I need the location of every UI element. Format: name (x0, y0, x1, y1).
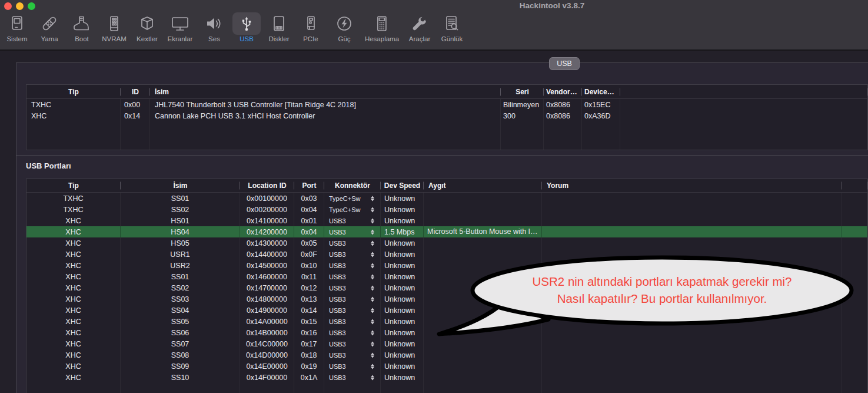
column-header-yorum[interactable]: Yorum (542, 179, 842, 192)
port-row[interactable]: XHCSS060x14B000000x16USB3Unknown (26, 327, 867, 338)
port-row[interactable]: XHCSS100x14F000000x1AUSB3Unknown (26, 372, 867, 383)
toolbar-item-gunluk[interactable]: Günlük (438, 12, 466, 42)
cell-port: 0x03 (294, 193, 324, 204)
column-header-locationid[interactable]: Location ID (240, 179, 294, 192)
port-row[interactable]: TXHCSS020x002000000x04TypeC+SwUnknown (26, 204, 867, 215)
cell-aygit (424, 349, 542, 361)
konnektor-value: USB3 (329, 329, 346, 336)
port-row[interactable]: XHCSS050x14A000000x15USB3Unknown (26, 316, 867, 327)
column-header-konnektor[interactable]: Konnektör (324, 179, 381, 192)
toolbar: Hackintool v3.8.7 Sistem Yama Boot NVRAM… (0, 0, 868, 51)
stepper-icon[interactable] (371, 218, 374, 223)
port-row[interactable]: XHCSS090x14E000000x19USB3Unknown (26, 361, 867, 372)
tab-usb-label: USB (557, 60, 572, 68)
cell-port: 0x14 (294, 305, 324, 316)
stepper-icon[interactable] (371, 263, 374, 268)
toolbar-item-ses[interactable]: Ses (200, 12, 228, 42)
usb-controllers-table: Tip ID İsim Seri Vendor… Device… TXHC0x0… (26, 84, 868, 150)
column-header-isim[interactable]: İsim (121, 179, 240, 192)
cell-empty (842, 383, 867, 393)
column-header-seri[interactable]: Seri (501, 85, 544, 98)
cell-location-id: 0x14700000 (240, 282, 294, 293)
column-header-device[interactable]: Device… (582, 85, 620, 98)
stepper-icon[interactable] (371, 296, 374, 302)
stepper-icon[interactable] (371, 319, 374, 324)
stepper-icon[interactable] (371, 341, 374, 346)
port-row[interactable]: XHCSS030x148000000x13USB3Unknown (26, 293, 867, 305)
close-window-button[interactable] (4, 2, 12, 10)
toolbar-item-hesaplama[interactable]: Hesaplama (365, 12, 399, 42)
stepper-icon[interactable] (371, 364, 374, 369)
cell-empty (842, 204, 867, 215)
cell-tip: XHC (26, 338, 121, 349)
port-row[interactable]: XHCSS040x149000000x14USB3Unknown (26, 305, 867, 316)
toolbar-item-diskler[interactable]: Diskler (265, 12, 293, 42)
column-header-vendor[interactable]: Vendor… (544, 85, 582, 98)
cell-empty (842, 282, 867, 293)
toolbar-item-araclar[interactable]: Araçlar (405, 12, 434, 42)
port-row[interactable]: XHCHS050x143000000x05USB3Unknown (26, 237, 867, 249)
column-header-tip[interactable]: Tip (26, 85, 121, 98)
port-row[interactable]: XHCSS080x14D000000x18USB3Unknown (26, 349, 867, 361)
cell-yorum (542, 361, 842, 372)
column-header-port[interactable]: Port (294, 179, 324, 192)
cell-yorum (542, 237, 842, 249)
cell-dev-speed: Unknown (381, 282, 424, 293)
toolbar-item-yama[interactable]: Yama (35, 12, 64, 42)
cell-aygit (424, 215, 542, 226)
stepper-icon[interactable] (371, 308, 374, 313)
toolbar-item-ekranlar[interactable]: Ekranlar (166, 12, 194, 42)
minimize-window-button[interactable] (16, 2, 24, 10)
split-view-divider[interactable] (16, 156, 868, 156)
port-row[interactable]: XHCHS010x141000000x01USB3Unknown (26, 215, 867, 226)
controller-row[interactable]: XHC0x14Cannon Lake PCH USB 3.1 xHCI Host… (26, 110, 867, 121)
cell-port: 0x05 (294, 237, 324, 249)
cell-aygit (424, 361, 542, 372)
port-row[interactable]: TXHCSS010x001000000x03TypeC+SwUnknown (26, 193, 867, 204)
toolbar-item-guc[interactable]: Güç (330, 12, 358, 42)
column-header-devspeed[interactable]: Dev Speed (381, 179, 424, 192)
cell-empty (842, 237, 867, 249)
cell-isim: JHL7540 Thunderbolt 3 USB Controller [Ti… (150, 99, 501, 110)
stepper-icon[interactable] (371, 240, 374, 246)
ports-section-title: USB Portları (26, 161, 71, 170)
cell-empty (842, 372, 867, 383)
toolbar-item-sistem[interactable]: Sistem (3, 12, 31, 42)
toolbar-item-kextler[interactable]: Kextler (133, 12, 161, 42)
stepper-icon[interactable] (371, 352, 374, 358)
column-header-isim[interactable]: İsim (150, 85, 501, 98)
toolbar-item-pcie[interactable]: PCIe (297, 12, 325, 42)
toolbar-item-boot[interactable]: Boot (68, 12, 96, 42)
stepper-icon[interactable] (371, 207, 374, 212)
zoom-window-button[interactable] (28, 2, 35, 10)
port-row[interactable]: XHCSS020x147000000x12USB3Unknown (26, 282, 867, 293)
cell-seri: Bilinmeyen (501, 99, 544, 110)
cell-isim: SS04 (121, 305, 240, 316)
cell-port: 0x15 (294, 316, 324, 327)
stepper-icon[interactable] (371, 285, 374, 290)
column-header-id[interactable]: ID (121, 85, 150, 98)
port-row[interactable]: XHCUSR20x145000000x10USB3Unknown (26, 260, 867, 271)
toolbar-item-nvram[interactable]: NVRAM (100, 12, 128, 42)
tab-usb[interactable]: USB (549, 57, 580, 70)
port-row[interactable]: XHCSS010x146000000x11USB3Unknown (26, 271, 867, 282)
column-header-tip[interactable]: Tip (26, 179, 121, 192)
column-header-aygit[interactable]: Aygıt (424, 179, 542, 192)
port-row[interactable]: XHCUSR10x144000000x0FUSB3Unknown (26, 249, 867, 260)
stepper-icon[interactable] (371, 196, 374, 201)
toolbar-item-usb[interactable]: USB (232, 12, 261, 42)
stepper-icon[interactable] (371, 252, 374, 257)
stepper-icon[interactable] (371, 274, 374, 279)
cell-location-id: 0x14100000 (240, 215, 294, 226)
cell-isim: SS03 (121, 293, 240, 305)
stepper-icon[interactable] (371, 330, 374, 335)
port-row-selected[interactable]: XHCHS040x142000000x04USB31.5 MbpsMicroso… (26, 226, 867, 237)
stepper-icon[interactable] (371, 375, 374, 380)
toolbar-item-label: USB (240, 35, 254, 42)
controller-row[interactable]: TXHC0x00JHL7540 Thunderbolt 3 USB Contro… (26, 99, 867, 110)
stepper-icon[interactable] (371, 229, 374, 235)
port-row[interactable]: XHCSS070x14C000000x17USB3Unknown (26, 338, 867, 349)
cell-yorum (542, 249, 842, 260)
cell-dev-speed: Unknown (381, 193, 424, 204)
cell-tip: XHC (26, 293, 121, 305)
